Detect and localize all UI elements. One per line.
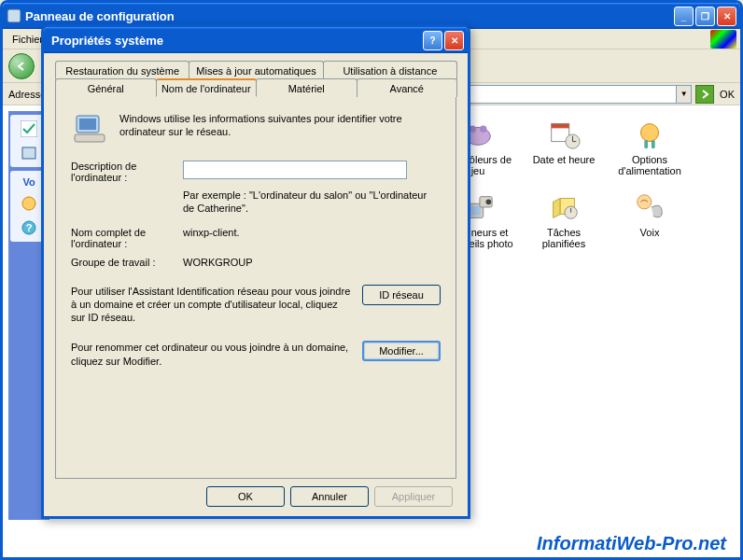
dialog-close-button[interactable]: ✕ — [444, 31, 464, 50]
cp-item-icon — [632, 117, 667, 152]
cp-item-icon — [632, 189, 667, 225]
netid-text: Pour utiliser l'Assistant Identification… — [71, 285, 353, 325]
svg-rect-19 — [552, 124, 569, 129]
dialog-titlebar[interactable]: Propriétés système ? ✕ — [44, 27, 468, 53]
help-icon[interactable]: ? — [21, 219, 37, 236]
svg-point-3 — [22, 197, 35, 210]
ok-button[interactable]: OK — [206, 486, 285, 507]
description-hint: Par exemple : "L'ordinateur du salon" ou… — [183, 189, 441, 216]
tabs-upper-row: Restauration du systèmeMises à jour auto… — [55, 61, 456, 79]
tab[interactable]: Avancé — [357, 78, 458, 97]
tab[interactable]: Général — [55, 78, 157, 97]
modify-text: Pour renommer cet ordinateur ou vous joi… — [71, 341, 353, 368]
fullname-value: winxp-client. — [183, 227, 441, 249]
cp-item-label: Options d'alimentation — [611, 154, 688, 176]
svg-text:?: ? — [26, 222, 33, 233]
computer-icon — [71, 110, 108, 147]
cancel-button[interactable]: Annuler — [290, 486, 369, 507]
tab[interactable]: Nom de l'ordinateur — [156, 78, 258, 97]
go-button[interactable] — [695, 85, 714, 104]
svg-point-37 — [486, 199, 492, 204]
svg-point-23 — [641, 124, 659, 142]
main-window-title: Panneau de configuration — [25, 9, 674, 23]
cp-icon-item[interactable]: Tâches planifiées — [526, 189, 602, 257]
sidebar-header: Vo — [22, 176, 35, 188]
tabs-lower-row: GénéralNom de l'ordinateurMatérielAvancé — [55, 78, 456, 97]
windows-logo-icon — [710, 30, 736, 49]
system-properties-dialog: Propriétés système ? ✕ Restauration du s… — [41, 24, 470, 519]
dialog-title: Propriétés système — [48, 34, 423, 48]
modify-button[interactable]: Modifier... — [362, 341, 441, 361]
cp-item-label: Voix — [640, 227, 660, 238]
fullname-label: Nom complet de l'ordinateur : — [71, 227, 183, 249]
cp-icon-item[interactable]: Date et heure — [526, 117, 602, 184]
cp-item-label: Date et heure — [533, 154, 596, 165]
svg-rect-2 — [22, 147, 35, 159]
chevron-down-icon[interactable]: ▼ — [676, 86, 691, 103]
cp-item-label: Tâches planifiées — [526, 227, 602, 249]
arrow-left-icon — [16, 61, 27, 72]
update-icon[interactable] — [21, 195, 37, 212]
svg-rect-25 — [652, 140, 655, 149]
go-ok-label: OK — [720, 89, 735, 100]
minimize-button[interactable]: _ — [674, 7, 694, 26]
tab[interactable]: Mises à jour automatiques — [189, 61, 323, 79]
workgroup-value: WORKGROUP — [183, 257, 441, 268]
svg-point-40 — [638, 195, 652, 209]
dialog-footer: OK Annuler Appliquer — [206, 486, 453, 507]
svg-rect-24 — [644, 140, 648, 149]
svg-rect-43 — [75, 134, 105, 142]
network-id-button[interactable]: ID réseau — [362, 285, 441, 305]
svg-rect-1 — [21, 120, 37, 137]
svg-rect-42 — [79, 119, 96, 130]
close-button[interactable]: ✕ — [717, 7, 736, 26]
tab[interactable]: Restauration du système — [55, 61, 189, 79]
arrow-right-icon — [699, 89, 710, 100]
cp-icon-item[interactable]: Voix — [611, 189, 688, 257]
help-button[interactable]: ? — [423, 31, 442, 50]
tab[interactable]: Utilisation à distance — [323, 61, 457, 79]
intro-text: Windows utilise les informations suivant… — [119, 110, 441, 147]
description-input[interactable] — [183, 161, 407, 179]
tab-content-computer-name: Windows utilise les informations suivant… — [55, 96, 456, 479]
svg-point-17 — [480, 126, 487, 133]
control-panel-icon — [7, 8, 21, 23]
cp-icon-item[interactable]: Options d'alimentation — [611, 117, 688, 184]
maximize-button[interactable]: ❐ — [695, 7, 715, 26]
apply-button[interactable]: Appliquer — [374, 486, 453, 507]
workgroup-label: Groupe de travail : — [71, 257, 183, 268]
check-icon[interactable] — [21, 120, 37, 137]
svg-rect-0 — [7, 9, 21, 22]
watermark: InformatiWeb-Pro.net — [537, 533, 726, 554]
cp-item-icon — [546, 189, 582, 225]
cp-item-icon — [546, 117, 582, 152]
tab[interactable]: Matériel — [256, 78, 357, 97]
back-button[interactable] — [8, 53, 35, 79]
window-icon[interactable] — [21, 145, 37, 161]
description-label: Description de l'ordinateur : — [71, 161, 183, 183]
